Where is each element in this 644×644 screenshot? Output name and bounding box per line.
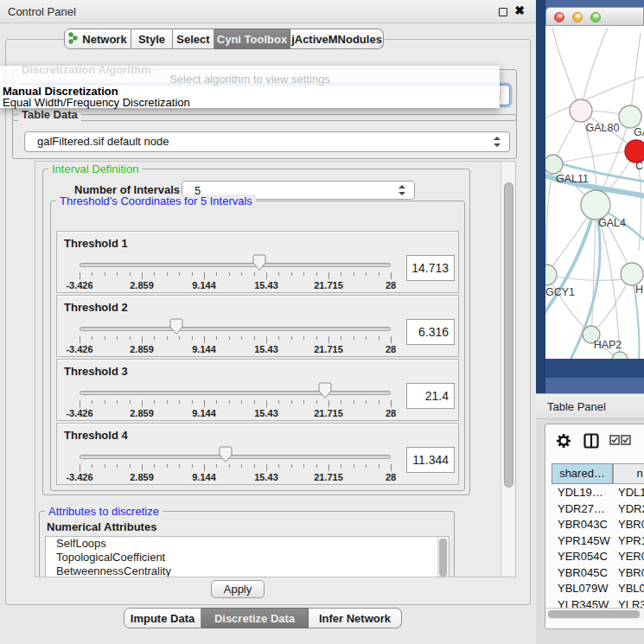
network-window-titlebar[interactable] [545,7,644,26]
slider-tick-label: -3.426 [66,344,92,354]
algorithm-dropdown-popup: Select algorithm to view settings Manual… [0,66,500,108]
network-node-gal4[interactable] [581,190,610,220]
slider-tick [130,336,131,340]
table-row[interactable]: YER054CYER0 [545,548,644,564]
node-label: GAL4 [598,217,626,229]
attributes-scrollbar-track[interactable] [437,537,449,577]
column-header-shared-name[interactable]: shared… [552,463,613,484]
checkbox-checked-icon[interactable] [609,433,620,449]
slider-tick [254,464,255,468]
desktop-edge [536,0,545,393]
table-row[interactable]: YBL079WYBL0 [545,580,644,596]
column-header-name[interactable]: n [613,463,644,484]
slider-tick [291,272,292,276]
slider-tick-label: 28 [386,472,396,482]
cell-name: YPR1 [618,532,644,549]
network-edge [553,151,636,164]
network-node-gcy1[interactable] [545,265,557,285]
table-row[interactable]: YBR045CYBR0 [545,564,644,581]
vertical-scrollbar-track[interactable] [501,162,515,577]
slider-tick [105,336,105,340]
tab-style[interactable]: Style [131,29,173,49]
numerical-attributes-list[interactable]: SelfLoopsTopologicalCoefficientBetweenne… [45,536,450,577]
table-row[interactable]: YPR145WYPR1 [545,532,644,549]
slider-track[interactable] [80,455,391,459]
float-window-icon[interactable] [499,8,507,16]
slider-tick [241,272,242,276]
vertical-scrollbar-thumb[interactable] [504,182,513,488]
network-node-gal11[interactable] [545,155,563,174]
slider-thumb[interactable] [169,318,184,335]
slider-tick [117,336,118,340]
horizontal-scrollbar-thumb[interactable] [548,610,640,618]
node-label: HAP2 [594,339,622,351]
node-label: GCY1 [545,286,575,298]
slider-thumb[interactable] [252,254,267,271]
close-traffic-light-icon[interactable] [554,12,564,22]
slider-tick [142,464,143,471]
horizontal-scrollbar-track[interactable] [545,608,644,620]
threshold-value-field[interactable]: 14.713 [406,255,455,281]
slider-tick [204,464,205,471]
tab-infer-network[interactable]: Infer Network [309,608,402,628]
tab-select[interactable]: Select [173,29,214,49]
popup-option-equal-width-frequency-discretization[interactable]: Equal Width/Frequency Discretization [0,97,500,108]
threshold-value-field[interactable]: 21.4 [406,383,455,409]
slider-tick-label: -3.426 [66,408,92,418]
network-node[interactable] [612,352,628,359]
slider-tick [316,272,317,276]
table-row[interactable]: YDL19…YDL1 [545,484,644,501]
threshold-value-field[interactable]: 11.344 [406,447,455,473]
slider-tick [229,464,230,468]
slider-tick [391,272,392,279]
thresholds-group: Threshold's Coordinates for 5 Intervals … [50,201,465,491]
slider-tick [117,272,118,276]
slider-tick [204,400,205,407]
slider-thumb[interactable] [317,382,333,399]
network-canvas[interactable]: GAL80GACGAL11GAL4GCY1HHAP2 [545,26,644,359]
slider-tick [92,336,92,340]
threshold-value-field[interactable]: 6.316 [406,319,455,345]
tab-impute-data[interactable]: Impute Data [124,608,201,628]
slider-tick [179,464,180,468]
network-node-h[interactable] [621,263,643,285]
slider-tick [229,272,230,276]
slider-thumb[interactable] [218,446,233,463]
slider-tick [379,400,379,404]
network-edge [552,28,581,111]
slider-tick-label: -3.426 [66,280,92,290]
tab-discretize-data[interactable]: Discretize Data [201,608,309,628]
threshold-panel-3: Threshold 3-3.4262.8599.14415.4321.71528… [56,359,459,421]
apply-button[interactable]: Apply [211,580,265,598]
zoom-traffic-light-icon[interactable] [590,12,601,22]
attributes-scrollbar-thumb[interactable] [439,539,447,577]
slider-tick [92,464,92,468]
popup-options: Manual DiscretizationEqual Width/Frequen… [0,86,500,108]
attribute-item-betweennesscentrality[interactable]: BetweennessCentrality [46,564,449,577]
columns-icon[interactable] [583,433,599,452]
tab-jactivemnodules[interactable]: jActiveMNodules [290,29,384,49]
table-data-combobox[interactable]: galFiltered.sif default node [24,131,510,152]
threshold-panel-1: Threshold 1-3.4262.8599.14415.4321.71528… [56,231,459,293]
table-row[interactable]: YLR345WYLR3 [545,596,644,609]
network-node-ga[interactable] [619,105,641,128]
gear-icon[interactable] [556,433,571,452]
slider-tick [328,400,329,407]
slider-track[interactable] [80,263,391,267]
tab-network[interactable]: Network [64,29,131,49]
close-icon[interactable]: ✖ [514,3,525,17]
slider-track[interactable] [80,327,391,331]
table-row[interactable]: YBR043CYBR0 [545,516,644,532]
attribute-item-selfloops[interactable]: SelfLoops [46,537,449,551]
attribute-item-topologicalcoefficient[interactable]: TopologicalCoefficient [46,551,449,564]
tab-cyni-toolbox[interactable]: Cyni Toolbox [214,29,290,49]
slider-tick [266,400,267,407]
slider-tick-label: 2.859 [130,344,154,354]
table-row[interactable]: YDR27…YDR2 [545,501,644,517]
slider-tick [379,272,379,276]
slider-track[interactable] [80,391,391,395]
network-node-gal80[interactable] [570,99,592,122]
checkbox-checked-icon[interactable] [621,433,631,449]
node-label: GAL11 [556,173,589,185]
minimize-traffic-light-icon[interactable] [572,12,583,22]
